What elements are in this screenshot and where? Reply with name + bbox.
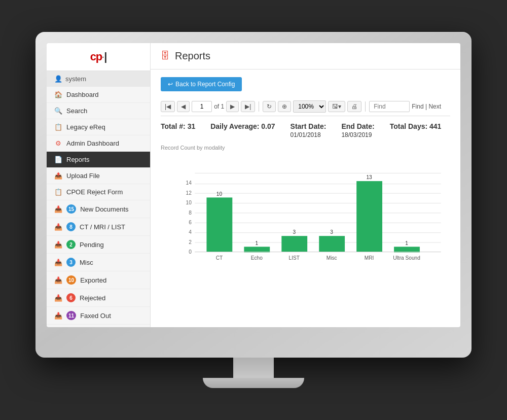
sidebar-item-rejected[interactable]: 📥 6 Rejected (47, 289, 150, 307)
monitor-stand-neck (233, 358, 274, 378)
ct-mri-badge: 8 (66, 222, 76, 231)
sidebar-item-legacy-ereq[interactable]: 📋 Legacy eReq (47, 119, 150, 135)
svg-text:3: 3 (330, 229, 333, 235)
faxed-badge: 11 (66, 311, 76, 320)
svg-text:0: 0 (189, 249, 192, 255)
next-page-button[interactable]: ▶ (226, 101, 239, 112)
svg-text:CT: CT (216, 255, 223, 261)
sidebar-item-label: Upload File (66, 172, 100, 180)
first-page-button[interactable]: |◀ (161, 101, 175, 112)
sidebar-item-reports[interactable]: 📄 Reports (47, 152, 150, 168)
sidebar-item-label: New Documents (80, 205, 128, 213)
sidebar: cp·| 👤 system 🏠 Dashboard 🔍 Searc (47, 43, 151, 327)
last-page-button[interactable]: ▶| (241, 101, 255, 112)
inbox-icon: 📥 (54, 205, 62, 213)
pending-icon: 📥 (54, 241, 62, 249)
pending-badge: 2 (66, 240, 76, 249)
total-label: Total #: 31 (161, 122, 195, 130)
content-area: ↩ Back to Report Config |◀ ◀ of 1 ▶ ▶| (151, 69, 460, 327)
page-number-input[interactable] (192, 101, 212, 112)
svg-text:6: 6 (189, 220, 192, 225)
admin-icon: ⚙ (54, 139, 62, 147)
refresh-button[interactable]: ↻ (263, 101, 276, 112)
back-to-report-config-button[interactable]: ↩ Back to Report Config (161, 77, 242, 91)
user-label: system (65, 75, 86, 83)
chart-title-label: Record Count by modality (161, 145, 450, 151)
sidebar-item-misc[interactable]: 📥 3 Misc (47, 254, 150, 271)
sidebar-item-pending[interactable]: 📥 2 Pending (47, 236, 150, 254)
page-title: Reports (175, 50, 210, 62)
bar-list (281, 236, 307, 252)
bar-ultrasound (394, 247, 420, 252)
toolbar-sep-2 (365, 101, 366, 112)
monitor-stand-base (203, 378, 304, 388)
svg-text:3: 3 (293, 229, 296, 235)
exported-icon: 📥 (54, 276, 62, 284)
stats-row: Total #: 31 Daily Average: 0.07 Start Da… (161, 122, 450, 138)
end-date-value: 18/03/2019 (341, 131, 372, 138)
ct-mri-icon: 📥 (54, 223, 62, 231)
sidebar-item-upload-file[interactable]: 📤 Upload File (47, 168, 150, 184)
page-header: 🗄 Reports (151, 43, 460, 69)
prev-page-button[interactable]: ◀ (177, 101, 190, 112)
svg-text:1: 1 (405, 240, 408, 246)
bar-ct (206, 197, 232, 252)
search-icon: 🔍 (54, 107, 62, 115)
sidebar-item-dashboard[interactable]: 🏠 Dashboard (47, 87, 150, 103)
svg-text:4: 4 (189, 229, 192, 235)
svg-text:Echo: Echo (251, 255, 263, 261)
export-button[interactable]: 🖫▾ (328, 101, 345, 112)
print-button[interactable]: 🖨 (347, 101, 361, 112)
zoom-out-button[interactable]: ⊕ (278, 101, 291, 112)
sidebar-item-logout[interactable]: 🔴 Log Out (47, 325, 150, 327)
bar-echo (244, 247, 270, 252)
zoom-select[interactable]: 100% 75% 50% 150% (293, 100, 326, 113)
total-days-label: Total Days: 441 (390, 122, 442, 130)
monitor-bezel: cp·| 👤 system 🏠 Dashboard 🔍 Searc (35, 32, 472, 358)
svg-text:13: 13 (366, 174, 372, 180)
sidebar-item-label: Faxed Out (80, 312, 111, 320)
sidebar-item-label: Reports (66, 156, 90, 163)
sidebar-item-search[interactable]: 🔍 Search (47, 103, 150, 119)
bar-mri (356, 181, 382, 252)
svg-text:10: 10 (186, 200, 192, 205)
sidebar-item-label: Rejected (80, 294, 105, 302)
misc-badge: 3 (66, 258, 76, 267)
back-arrow-icon: ↩ (168, 81, 173, 88)
bar-misc (319, 236, 345, 252)
sidebar-item-faxed-out[interactable]: 📥 11 Faxed Out (47, 307, 150, 325)
sidebar-item-ct-mri[interactable]: 📥 8 CT / MRI / LIST (47, 218, 150, 236)
misc-icon: 📥 (54, 259, 62, 266)
sidebar-item-exported[interactable]: 📥 10 Exported (47, 271, 150, 289)
exported-badge: 10 (66, 275, 76, 285)
faxed-icon: 📥 (54, 312, 62, 320)
start-date-stat: Start Date: 01/01/2018 (291, 122, 327, 138)
total-stat: Total #: 31 (161, 122, 195, 138)
user-section: 👤 system (47, 71, 150, 87)
chart-section: Record Count by modality (161, 145, 450, 296)
find-input[interactable] (369, 101, 410, 112)
sidebar-logo: cp·| (47, 43, 150, 71)
bar-chart: 0 2 4 6 8 10 12 14 (178, 154, 450, 296)
find-next-label: Find | Next (412, 103, 441, 110)
sidebar-item-label: Dashboard (66, 91, 99, 98)
svg-text:2: 2 (189, 239, 192, 245)
svg-text:14: 14 (186, 180, 192, 186)
sidebar-item-label: Search (66, 107, 87, 115)
report-toolbar: |◀ ◀ of 1 ▶ ▶| ↻ ⊕ 100% 75% (161, 97, 450, 116)
svg-text:Misc: Misc (327, 255, 337, 261)
svg-text:Ultra Sound: Ultra Sound (393, 255, 420, 261)
sidebar-item-label: CPOE Reject Form (66, 188, 123, 196)
sidebar-item-admin-dashboard[interactable]: ⚙ Admin Dashboard (47, 135, 150, 152)
nav-items: 🏠 Dashboard 🔍 Search 📋 Legacy eReq (47, 87, 150, 327)
end-date-stat: End Date: 18/03/2019 (341, 122, 374, 138)
monitor: cp·| 👤 system 🏠 Dashboard 🔍 Searc (35, 32, 472, 388)
sidebar-item-label: Exported (80, 276, 106, 284)
svg-text:MRI: MRI (365, 255, 374, 261)
new-documents-badge: 15 (66, 204, 76, 214)
svg-text:8: 8 (189, 210, 192, 216)
daily-avg-label: Daily Average: 0.07 (210, 122, 275, 130)
sidebar-item-new-documents[interactable]: 📥 15 New Documents (47, 200, 150, 218)
page-of-text: of 1 (214, 103, 224, 110)
sidebar-item-cpoe-reject[interactable]: 📋 CPOE Reject Form (47, 184, 150, 200)
